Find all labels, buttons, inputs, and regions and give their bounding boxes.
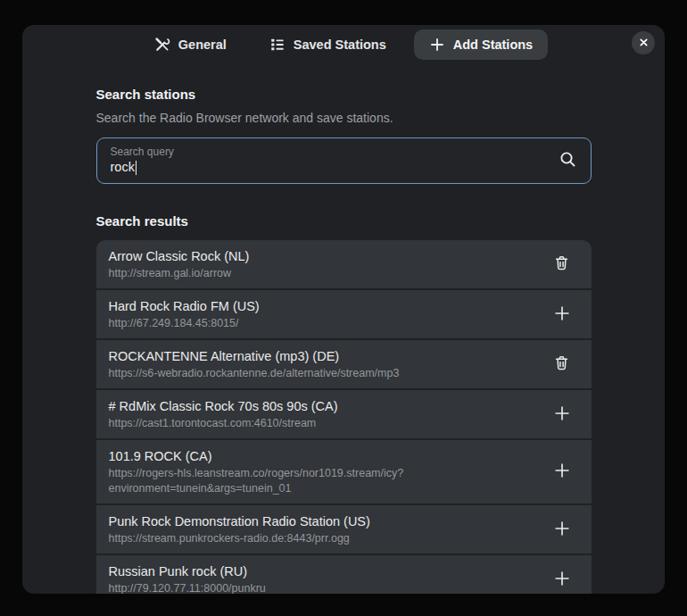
search-input-fields: Search query rock <box>111 146 559 176</box>
station-url: https://cast1.torontocast.com:4610/strea… <box>109 416 528 431</box>
tab-general[interactable]: General <box>139 29 242 60</box>
search-input-value: rock <box>111 159 135 176</box>
station-info: Russian Punk rock (RU) http://79.120.77.… <box>109 562 544 594</box>
search-input[interactable]: Search query rock <box>96 137 592 184</box>
tools-icon <box>154 37 170 53</box>
station-row: # RdMix Classic Rock 70s 80s 90s (CA) ht… <box>96 390 592 438</box>
station-url: https://rogers-hls.leanstream.co/rogers/… <box>109 466 528 496</box>
plus-icon <box>552 304 572 326</box>
list-icon <box>269 37 286 53</box>
x-icon <box>639 37 649 50</box>
station-url: https://stream.punkrockers-radio.de:8443… <box>109 531 528 546</box>
station-row: Arrow Classic Rock (NL) http://stream.ga… <box>96 240 592 288</box>
station-name: Russian Punk rock (RU) <box>109 562 537 581</box>
station-name: 101.9 ROCK (CA) <box>109 447 537 466</box>
station-url: http://79.120.77.11:8000/punkru <box>109 581 528 594</box>
search-stations-subtitle: Search the Radio Browser network and sav… <box>96 111 592 126</box>
station-info: Arrow Classic Rock (NL) http://stream.ga… <box>109 247 544 281</box>
plus-icon <box>552 404 572 426</box>
search-results-list: Arrow Classic Rock (NL) http://stream.ga… <box>96 240 592 594</box>
remove-station-button[interactable] <box>544 347 580 381</box>
station-url: https://s6-webradio.rockantenne.de/alter… <box>109 366 528 381</box>
station-row: Russian Punk rock (RU) http://79.120.77.… <box>96 555 592 594</box>
tab-add-stations[interactable]: Add Stations <box>414 29 548 60</box>
search-results-heading: Search results <box>96 213 592 229</box>
tab-saved-stations[interactable]: Saved Stations <box>254 29 401 60</box>
add-station-button[interactable] <box>544 455 580 489</box>
search-stations-heading: Search stations <box>96 87 592 103</box>
add-station-button[interactable] <box>544 397 580 431</box>
tab-bar: General Saved Stations Ad <box>22 25 665 62</box>
trash-icon <box>553 254 570 274</box>
close-button[interactable] <box>632 31 655 54</box>
station-info: Punk Rock Demonstration Radio Station (U… <box>109 512 544 546</box>
station-row: Punk Rock Demonstration Radio Station (U… <box>96 505 592 554</box>
tab-label: Saved Stations <box>294 37 386 52</box>
station-info: Hard Rock Radio FM (US) http://67.249.18… <box>109 297 544 331</box>
station-name: Hard Rock Radio FM (US) <box>109 297 537 316</box>
search-input-label: Search query <box>111 146 559 159</box>
plus-icon <box>552 461 572 483</box>
station-row: ROCKANTENNE Alternative (mp3) (DE) https… <box>96 340 592 388</box>
station-url: http://67.249.184.45:8015/ <box>109 316 528 331</box>
plus-icon <box>429 37 445 53</box>
station-name: # RdMix Classic Rock 70s 80s 90s (CA) <box>109 397 537 416</box>
settings-modal: General Saved Stations Ad <box>22 25 665 594</box>
station-info: # RdMix Classic Rock 70s 80s 90s (CA) ht… <box>109 397 544 431</box>
station-name: Arrow Classic Rock (NL) <box>109 247 537 266</box>
station-url: http://stream.gal.io/arrow <box>109 266 528 281</box>
plus-icon <box>552 519 572 541</box>
station-row: 101.9 ROCK (CA) https://rogers-hls.leans… <box>96 440 592 504</box>
search-button[interactable] <box>559 150 577 171</box>
trash-icon <box>553 354 570 374</box>
station-name: ROCKANTENNE Alternative (mp3) (DE) <box>109 347 537 366</box>
add-stations-panel: Search stations Search the Radio Browser… <box>96 62 592 594</box>
add-station-button[interactable] <box>544 297 580 331</box>
plus-icon <box>552 569 572 591</box>
station-info: ROCKANTENNE Alternative (mp3) (DE) https… <box>109 347 544 381</box>
text-cursor <box>136 161 137 175</box>
tab-label: Add Stations <box>453 37 533 52</box>
remove-station-button[interactable] <box>544 247 580 281</box>
station-row: Hard Rock Radio FM (US) http://67.249.18… <box>96 290 592 338</box>
station-name: Punk Rock Demonstration Radio Station (U… <box>109 512 537 531</box>
add-station-button[interactable] <box>544 562 580 594</box>
station-info: 101.9 ROCK (CA) https://rogers-hls.leans… <box>109 447 544 496</box>
magnifier-icon <box>559 150 577 171</box>
add-station-button[interactable] <box>544 512 580 546</box>
tab-label: General <box>178 37 227 52</box>
